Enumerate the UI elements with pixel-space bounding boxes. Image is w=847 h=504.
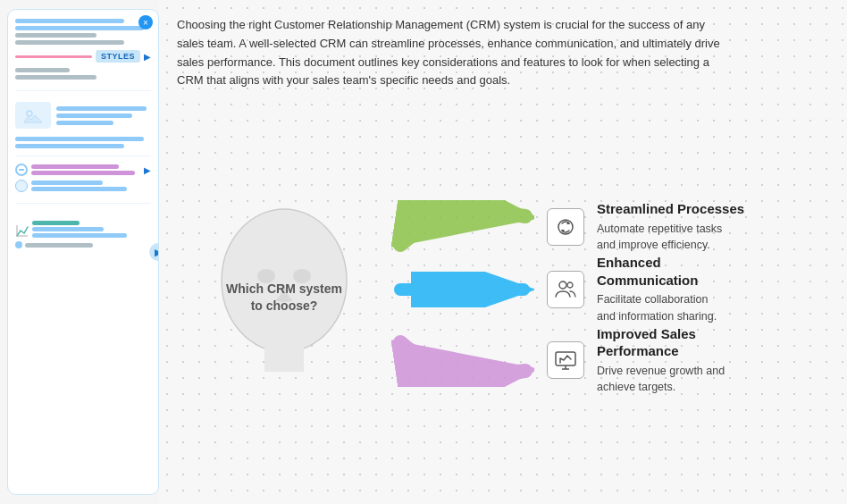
enhanced-desc: Facilitate collaborationand information … [597, 291, 717, 325]
sidebar-dot-minus [15, 164, 28, 176]
sidebar-line [25, 243, 93, 248]
sidebar-lines-group [15, 19, 151, 45]
chart-icon [15, 223, 29, 238]
sidebar-section-1: STYLES ▶ [15, 19, 151, 91]
sidebar-line [56, 121, 113, 125]
chart-presentation-icon [554, 349, 577, 371]
intro-paragraph: Choosing the right Customer Relationship… [177, 16, 731, 90]
sidebar-line [31, 171, 135, 175]
sidebar-line [15, 40, 124, 45]
svg-point-13 [559, 281, 566, 289]
sidebar-section-2 [15, 98, 151, 156]
sidebar-line [15, 33, 96, 38]
streamlined-text: Streamlined Processes Automate repetitiv… [597, 200, 744, 254]
sidebar-line [15, 137, 144, 141]
styles-badge[interactable]: STYLES [96, 50, 140, 63]
streamlined-icon-box [547, 208, 584, 246]
sidebar-extra-lines [15, 137, 151, 148]
sidebar-chart-lines [32, 221, 151, 238]
svg-point-0 [27, 111, 32, 116]
item-row-enhanced: EnhancedCommunication Facilitate collabo… [391, 254, 826, 325]
sidebar-circle [15, 180, 28, 192]
sidebar-dot-row: ▶ [15, 164, 151, 176]
head-label: Which CRM system to choose? [226, 281, 342, 315]
improved-arrow [391, 333, 534, 387]
sidebar-dot-row2 [15, 180, 151, 192]
sidebar-panel: × STYLES ▶ [7, 9, 159, 495]
sidebar-line [15, 26, 144, 30]
sidebar-line [31, 187, 127, 191]
sidebar-small-dot [15, 241, 22, 248]
improved-text: Improved SalesPerformance Drive revenue … [597, 325, 725, 397]
improved-desc: Drive revenue growth andachieve targets. [597, 363, 725, 397]
sidebar-line [32, 221, 80, 225]
sidebar-lines-group2 [15, 68, 151, 80]
sidebar-bottom-dots [15, 241, 151, 248]
diagram-area: Which CRM system to choose? [177, 101, 826, 495]
enhanced-title: EnhancedCommunication [597, 254, 717, 289]
sidebar-line [31, 164, 119, 169]
sidebar-dot-lines2 [31, 181, 151, 191]
head-silhouette-container: Which CRM system to choose? [195, 200, 373, 397]
sidebar-line [56, 113, 132, 118]
sync-icon [555, 216, 576, 238]
enhanced-arrow [391, 272, 534, 307]
sidebar-img-row [15, 98, 151, 132]
streamlined-desc: Automate repetitive tasksand improve eff… [597, 221, 744, 255]
sidebar-line [15, 144, 124, 148]
improved-icon-box [547, 341, 584, 379]
streamlined-arrow [391, 200, 534, 254]
sidebar-section-3: ▶ [15, 164, 151, 204]
close-icon: × [143, 18, 148, 28]
svg-point-5 [264, 339, 304, 357]
enhanced-icon-box [547, 271, 584, 308]
styles-row: STYLES ▶ [15, 50, 151, 63]
streamlined-title: Streamlined Processes [597, 200, 744, 218]
styles-arrow-icon[interactable]: ▶ [144, 52, 151, 62]
sidebar-line [15, 75, 96, 80]
main-content: Choosing the right Customer Relationship… [159, 0, 847, 504]
sidebar-close-button[interactable]: × [138, 15, 153, 29]
sidebar-line [32, 227, 104, 231]
sidebar-line [32, 233, 127, 238]
people-icon [554, 279, 577, 300]
sidebar-line [15, 68, 70, 72]
sidebar-text-lines [56, 106, 151, 125]
sidebar-section-4 [15, 211, 151, 256]
styles-pink-line [15, 55, 92, 58]
expand-arrow-icon: ▶ [155, 247, 159, 258]
enhanced-text: EnhancedCommunication Facilitate collabo… [597, 254, 717, 325]
sidebar-line [56, 106, 147, 111]
items-section: Streamlined Processes Automate repetitiv… [373, 200, 826, 396]
item-row-improved: Improved SalesPerformance Drive revenue … [391, 325, 826, 397]
improved-title: Improved SalesPerformance [597, 325, 725, 360]
sidebar-chart [15, 211, 151, 238]
sidebar-image-thumb [15, 102, 51, 129]
item-row-streamlined: Streamlined Processes Automate repetitiv… [391, 200, 826, 254]
sidebar-dot-lines [31, 164, 140, 175]
sidebar-item-arrow[interactable]: ▶ [144, 165, 151, 175]
sidebar-line [31, 181, 103, 185]
sidebar-expand-button[interactable]: ▶ [149, 243, 159, 261]
sidebar-line [15, 19, 124, 23]
svg-point-14 [567, 282, 573, 288]
